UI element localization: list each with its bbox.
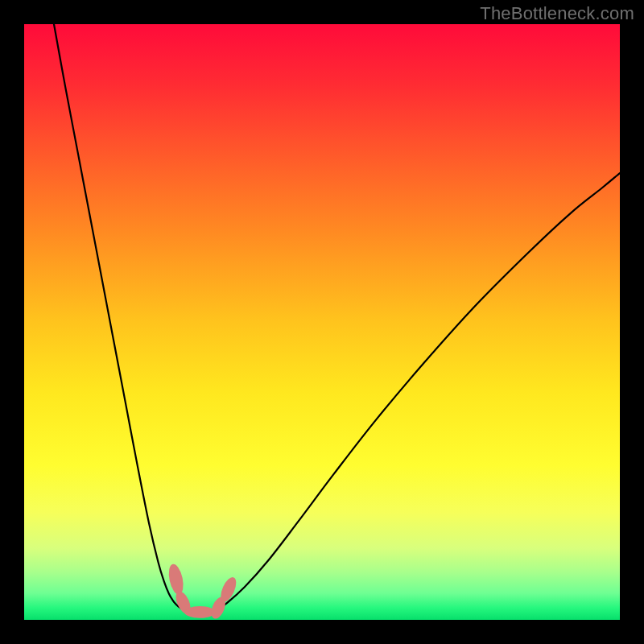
bottleneck-curve (54, 24, 620, 613)
watermark-text: TheBottleneck.com (480, 3, 634, 24)
marker-0 (167, 563, 186, 596)
marker-2 (184, 606, 215, 618)
curve-layer (24, 24, 620, 620)
chart-frame: TheBottleneck.com (0, 0, 644, 644)
plot-area (24, 24, 620, 620)
